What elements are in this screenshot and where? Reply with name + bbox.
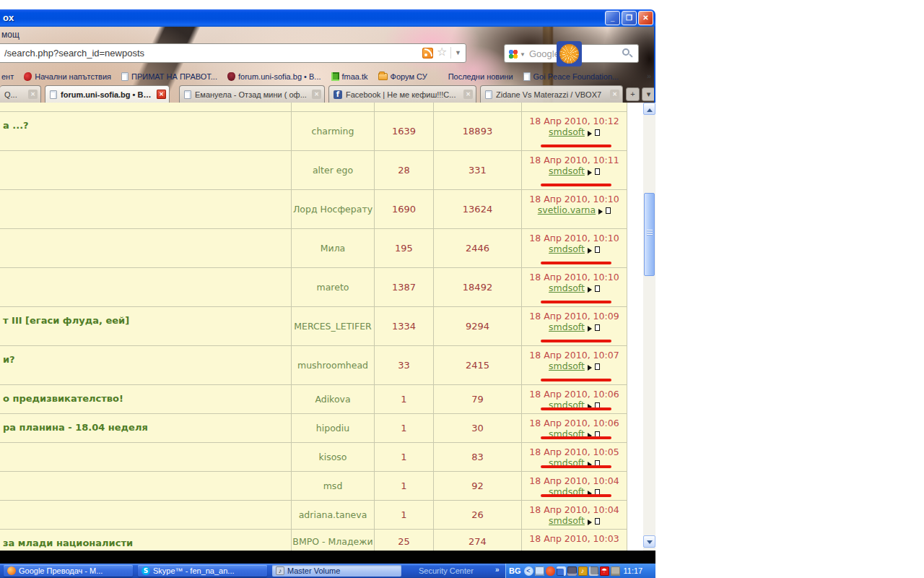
taskbar-clock[interactable]: 11:17 [624,566,643,575]
author-link[interactable]: MERCES_LETIFER [294,321,372,332]
last-post-cell: 18 Апр 2010, 10:05smdsoft [522,443,627,472]
bookmark-item[interactable]: Форум СУ [378,72,427,81]
bookmark-item[interactable]: Последни новини [437,72,513,81]
bookmark-item[interactable]: fmaa.tk [331,72,368,81]
tab[interactable]: Zidane Vs Materazzi / VBOX7✕ [480,85,623,103]
author-link[interactable]: Мила [321,243,346,254]
goto-last-post-icon[interactable] [588,248,595,254]
tab-close-icon[interactable]: ✕ [610,90,619,99]
bookmark-item[interactable]: Goi Peace Foundation... [523,72,619,81]
topic-link[interactable]: а ...? [3,120,29,131]
author-link[interactable]: mareto [317,282,349,293]
red-shield-icon [24,72,32,81]
goto-last-post-icon[interactable] [588,170,595,176]
tab[interactable]: Емануела - Отзад мини ( оф...✕ [179,85,325,103]
last-post-date: 18 Апр 2010, 10:06 [522,389,627,400]
author-link[interactable]: Лорд Носферату [293,204,372,215]
scrollbar-thumb[interactable] [644,193,655,276]
close-button[interactable]: ✕ [638,11,653,25]
author-link[interactable]: kisoso [318,452,346,462]
tab-active-forum[interactable]: forum.uni-sofia.bg • Виж...✕ [45,85,170,103]
scroll-up-button[interactable] [643,103,655,115]
restore-button[interactable]: ❐ [622,11,637,25]
last-post-user-link[interactable]: smdsoft [549,243,585,254]
bookmark-label: Goi Peace Foundation... [533,72,619,81]
menu-item-help-partial[interactable]: мощ [1,30,19,40]
topic-link[interactable]: за млади националисти [3,538,133,548]
topic-link[interactable]: ра планина - 18.04 неделя [3,422,148,433]
goto-last-post-icon[interactable] [598,209,606,215]
goto-last-post-icon[interactable] [588,131,595,137]
topic-link[interactable]: и? [3,354,15,365]
red-underline-annotation [541,436,611,439]
bookmark-star-icon[interactable]: ☆ [437,45,447,59]
last-post-cell: 18 Апр 2010, 10:09smdsoft [522,307,627,346]
usb-device-icon[interactable] [589,566,598,576]
bookmark-item[interactable]: ПРИМАТ НА ПРАВОТ... [121,72,217,81]
table-row: msd19218 Апр 2010, 10:04smdsoft [0,472,627,501]
author-link[interactable]: msd [323,480,343,491]
author-link[interactable]: adriana.taneva [299,509,367,520]
tab-close-icon[interactable]: ✕ [463,90,473,99]
table-cell [434,103,522,112]
rss-feed-icon[interactable] [422,48,433,59]
last-post-user-link[interactable]: smdsoft [549,165,585,176]
author-link[interactable]: alter ego [313,165,353,176]
replies-cell: 1 [375,472,434,501]
goto-last-post-icon[interactable] [588,326,595,332]
bookmark-label: Форум СУ [391,72,427,81]
tab[interactable]: fFacebook | Не ме кефиш!!!С...✕ [328,85,476,103]
topic-link[interactable]: т III [егаси флуда, еей] [3,315,129,326]
red-underline-annotation [541,144,611,147]
last-post-user-link[interactable]: smdsoft [549,361,585,371]
last-post-user-link[interactable]: svetlio.varna [538,204,596,215]
bookmark-item[interactable]: ент [1,72,14,81]
search-magnifier-icon[interactable] [622,48,629,56]
goto-last-post-icon[interactable] [588,519,595,525]
last-post-user-link[interactable]: smdsoft [549,322,585,332]
last-post-line: smdsoft [522,515,627,526]
address-bar-input[interactable] [0,43,466,63]
google-icon[interactable] [508,49,518,59]
tab-close-icon[interactable]: ✕ [312,90,321,99]
network-icon[interactable] [557,566,566,576]
address-dropdown-icon[interactable]: ▼ [450,47,461,59]
task-button[interactable]: Master Volume [272,565,401,577]
hide-icons-arrow-icon[interactable] [524,566,533,576]
goto-last-post-icon[interactable] [588,287,595,293]
author-link[interactable]: mushroomhead [297,360,368,371]
display-icon[interactable] [535,566,544,576]
search-engine-dropdown-icon[interactable]: ▼ [520,51,526,58]
task-button[interactable]: Google Преводач - M... [4,565,133,577]
tab[interactable]: Q...✕ [0,85,41,103]
volume-tray-icon[interactable] [578,566,588,576]
topic-cell [0,472,292,501]
remote-desktop-icon[interactable] [567,566,577,576]
bookmark-item[interactable]: forum.uni-sofia.bg • В... [227,72,321,81]
list-all-tabs-button[interactable]: ▾ [642,87,655,101]
goto-last-post-icon[interactable] [588,365,595,371]
screen-off-icon[interactable] [611,566,620,576]
task-button[interactable]: SSkype™ - fen_na_an... [138,565,267,577]
bookmark-item[interactable]: Начални напътствия [24,72,111,81]
avira-antivirus-icon[interactable] [600,566,609,576]
last-post-user-link[interactable]: smdsoft [549,515,585,526]
taskbar-overflow-chevron[interactable]: » [495,566,500,574]
author-link[interactable]: Adikova [315,394,350,405]
topic-link[interactable]: о предизвикателство! [3,393,123,404]
download-alert-icon[interactable] [546,566,555,576]
tab-close-icon[interactable]: ✕ [28,90,38,99]
author-link[interactable]: ВМРО - Младежи [292,536,372,547]
scroll-down-button[interactable] [643,535,655,548]
author-link[interactable]: charming [312,126,354,137]
last-post-user-link[interactable]: smdsoft [549,282,585,293]
last-post-user-link[interactable]: smdsoft [549,126,585,137]
bookmarks-overflow-chevron[interactable]: » [647,72,651,80]
language-indicator[interactable]: BG [509,566,521,575]
minimize-button[interactable]: _ [605,11,620,25]
window-titlebar[interactable]: ox _ ❐ ✕ [0,9,655,27]
tab-close-icon[interactable]: ✕ [157,90,166,99]
new-tab-button[interactable]: + [626,87,640,101]
vertical-scrollbar[interactable] [643,103,655,551]
author-link[interactable]: hipodiu [316,423,349,434]
